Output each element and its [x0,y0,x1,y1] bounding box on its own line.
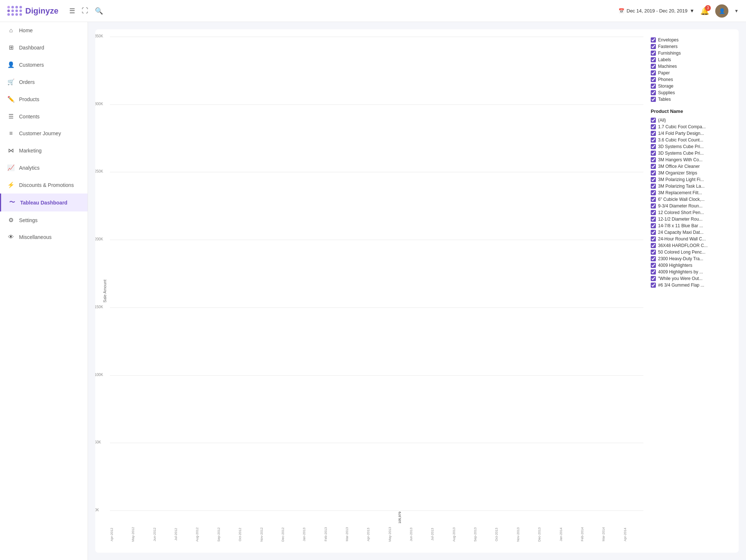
product-label: 36X48 HARDFLOOR C... [658,243,708,248]
logo-dots [7,6,22,16]
notification-button[interactable]: 🔔 3 [700,7,709,15]
filter-checkbox[interactable] [651,77,656,82]
product-checkbox[interactable] [651,190,656,195]
product-filter-item: 3M Organizer Strips [651,170,731,176]
x-label: Aug-2012 [195,523,215,545]
x-label: Apr-2013 [366,523,387,545]
product-checkbox[interactable] [651,170,656,176]
product-checkbox[interactable] [651,157,656,162]
product-checkbox[interactable] [651,276,656,281]
sidebar-item-marketing[interactable]: ⋈Marketing [0,142,88,159]
avatar-dropdown-icon[interactable]: ▼ [734,8,739,14]
product-checkbox[interactable] [651,243,656,248]
filter-label: Tables [658,97,671,102]
sidebar-item-analytics[interactable]: 📈Analytics [0,159,88,176]
product-filter-item: 3M Polarizing Light Fi... [651,176,731,183]
bar-tooltip: 105,979 [398,512,402,524]
sidebar-item-products[interactable]: ✏️Products [0,91,88,108]
filter-checkbox[interactable] [651,70,656,75]
category-filter-section: EnvelopesFastenersFurnishingsLabelsMachi… [651,37,731,103]
x-label: Dec-2012 [281,523,301,545]
sidebar-icon-customer-journey: ≡ [7,130,15,137]
product-checkbox[interactable] [651,177,656,182]
date-range-picker[interactable]: 📅 Dec 14, 2019 - Dec 20, 2019 ▼ [618,8,694,14]
x-label: Feb-2014 [580,523,601,545]
product-checkbox[interactable] [651,203,656,209]
sidebar-label-analytics: Analytics [19,165,40,171]
sidebar-label-contents: Contents [19,114,40,119]
filter-label: Supplies [658,90,675,95]
sidebar-label-discounts: Discounts & Promotions [19,182,74,188]
product-label: 3M Replacement Filt... [658,190,702,195]
product-checkbox[interactable] [651,151,656,156]
product-checkbox[interactable] [651,236,656,242]
avatar[interactable]: 👤 [715,4,728,18]
filter-label: Labels [658,57,671,62]
product-checkbox[interactable] [651,124,656,129]
gridline-label: 50K [95,440,101,444]
x-label: May-2013 [388,523,408,545]
sidebar-item-customers[interactable]: 👤Customers [0,56,88,73]
product-filter-item: (All) [651,117,731,124]
date-dropdown-icon: ▼ [690,8,694,14]
product-checkbox[interactable] [651,263,656,268]
product-label: 1.7 Cubic Foot Compa... [658,124,706,129]
product-checkbox[interactable] [651,230,656,235]
sidebar-item-home[interactable]: ⌂Home [0,22,88,39]
filter-checkbox[interactable] [651,90,656,95]
filter-item: Fasteners [651,43,731,50]
filter-item: Supplies [651,89,731,96]
filter-checkbox[interactable] [651,97,656,102]
fullscreen-icon[interactable]: ⛶ [82,7,88,15]
product-label: 3D Systems Cube Pri... [658,144,704,149]
product-filter-item: #6 3/4 Gummed Flap ... [651,282,731,288]
product-checkbox[interactable] [651,144,656,149]
product-checkbox[interactable] [651,137,656,143]
gridline: 0K [110,511,643,511]
product-label: 3M Organizer Strips [658,170,697,176]
product-filter-item: 1.7 Cubic Foot Compa... [651,124,731,130]
product-checkbox[interactable] [651,131,656,136]
x-label: Jan-2013 [302,523,322,545]
sidebar-item-customer-journey[interactable]: ≡Customer Journey [0,125,88,142]
product-checkbox[interactable] [651,283,656,288]
product-checkbox[interactable] [651,164,656,169]
product-checkbox[interactable] [651,223,656,228]
filter-checkbox[interactable] [651,64,656,69]
product-filter-item: 3M Polarizing Task La... [651,183,731,189]
filter-checkbox[interactable] [651,57,656,62]
filter-checkbox[interactable] [651,84,656,89]
calendar-icon: 📅 [618,8,624,14]
product-checkbox[interactable] [651,210,656,215]
sidebar-item-discounts[interactable]: ⚡Discounts & Promotions [0,176,88,194]
header-icons: ☰ ⛶ 🔍 [69,7,103,15]
product-label: 9-3/4 Diameter Roun... [658,203,702,209]
product-checkbox[interactable] [651,197,656,202]
sidebar-label-miscellaneous: Miscellaneous [19,234,52,240]
product-checkbox[interactable] [651,118,656,123]
product-filter-item: 3M Replacement Filt... [651,189,731,196]
product-checkbox[interactable] [651,269,656,275]
sidebar-item-dashboard[interactable]: ⊞Dashboard [0,39,88,56]
product-checkbox[interactable] [651,217,656,222]
product-label: 14-7/8 x 11 Blue Bar ... [658,223,703,228]
product-checkbox[interactable] [651,250,656,255]
filter-checkbox[interactable] [651,37,656,43]
sidebar-item-tableau[interactable]: 〜Tableau Dashboard [0,194,88,211]
filter-checkbox[interactable] [651,51,656,56]
sidebar-icon-tableau: 〜 [8,199,16,206]
sidebar-icon-home: ⌂ [7,27,15,34]
gridline: 150K [110,307,643,308]
sidebar-item-contents[interactable]: ☰Contents [0,108,88,125]
product-checkbox[interactable] [651,184,656,189]
hamburger-icon[interactable]: ☰ [69,7,75,15]
sidebar-item-orders[interactable]: 🛒Orders [0,73,88,91]
x-label: Nov-2012 [260,523,280,545]
product-checkbox[interactable] [651,256,656,261]
logo[interactable]: Diginyze [7,6,58,16]
sidebar-item-settings[interactable]: ⚙Settings [0,211,88,229]
filter-checkbox[interactable] [651,44,656,49]
product-filter-item: 3M Office Air Cleaner [651,163,731,170]
search-icon[interactable]: 🔍 [95,7,103,15]
sidebar-item-miscellaneous[interactable]: 👁Miscellaneous [0,229,88,246]
